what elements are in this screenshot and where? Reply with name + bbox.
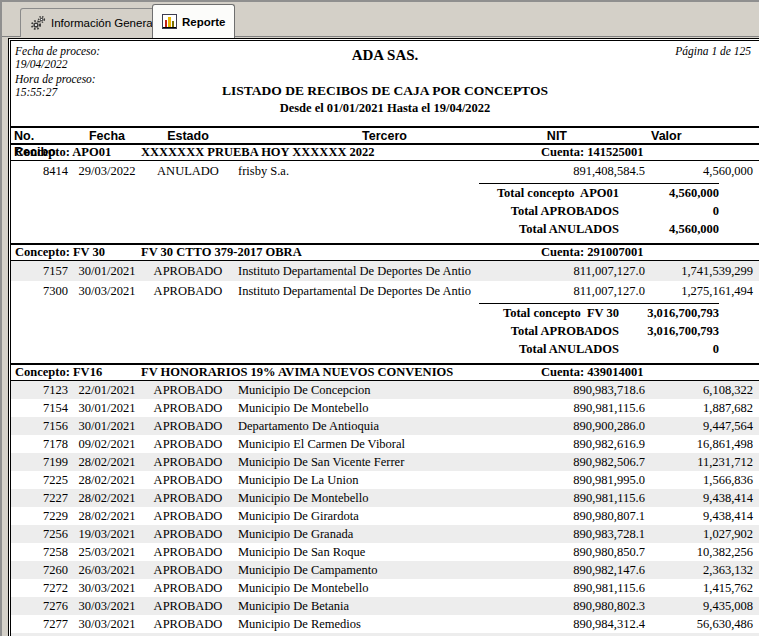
cell-estado: APROBADO — [143, 471, 233, 489]
cell-nit: 890,981,115.6 — [536, 579, 651, 597]
total-value: 3,016,700,793 — [619, 304, 719, 322]
cell-valor: 1,741,539,299 — [651, 261, 759, 281]
total-value: 0 — [619, 340, 719, 358]
tab-label: Reporte — [182, 16, 225, 28]
total-row: Total ANULADOS0 — [11, 340, 759, 358]
receipt-row: 715430/01/2021APROBADOMunicipio De Monte… — [11, 399, 759, 417]
cell-nit: 890,900,286.0 — [536, 417, 651, 435]
receipt-row: 715630/01/2021APROBADODepartamento De An… — [11, 417, 759, 435]
page-number: Página 1 de 125 — [675, 45, 751, 57]
cell-tercero: Municipio De La Union — [233, 471, 536, 489]
cell-valor: 9,438,414 — [651, 489, 759, 507]
cell-valor: 2,363,132 — [651, 561, 759, 579]
cell-tercero: frisby S.a. — [233, 161, 536, 181]
cell-nit: 811,007,127.0 — [536, 261, 651, 281]
total-label: Total concepto FV 30 — [11, 304, 619, 322]
cell-valor: 1,566,836 — [651, 471, 759, 489]
cell-valor: 1,027,902 — [651, 525, 759, 543]
cell-nit: 890,981,115.6 — [536, 489, 651, 507]
receipt-row: 722528/02/2021APROBADOMunicipio De La Un… — [11, 471, 759, 489]
tab-reporte[interactable]: Reporte — [152, 4, 235, 38]
concept-totals: Total concepto FV 303,016,700,793Total A… — [11, 301, 759, 363]
cell-nit: 891,408,584.5 — [536, 161, 651, 181]
cell-valor: 9,435,008 — [651, 597, 759, 615]
cell-tercero: Municipio De Granada — [233, 525, 536, 543]
cell-fecha: 28/02/2021 — [71, 471, 143, 489]
cell-fecha: 30/01/2021 — [71, 417, 143, 435]
total-label: Total APROBADOS — [11, 202, 619, 220]
total-label: Total ANULADOS — [11, 220, 619, 238]
cell-recibo: 8414 — [11, 161, 71, 181]
cell-recibo: 7227 — [11, 489, 71, 507]
bar-chart-icon — [162, 14, 177, 29]
cell-tercero: Municipio De San Roque — [233, 543, 536, 561]
concept-description: FV 30 CTTO 379-2017 OBRA — [141, 245, 302, 260]
cell-fecha: 28/02/2021 — [71, 453, 143, 471]
receipt-row: 717809/02/2021APROBADOMunicipio El Carme… — [11, 435, 759, 453]
cell-tercero: Departamento De Antioquia — [233, 417, 536, 435]
cell-recibo: 7123 — [11, 381, 71, 399]
cell-estado: APROBADO — [143, 261, 233, 281]
cell-nit: 890,980,850.7 — [536, 543, 651, 561]
account-number-label: Cuenta: 291007001 — [541, 245, 643, 260]
cell-recibo: 7276 — [11, 597, 71, 615]
receipt-row: 719928/02/2021APROBADOMunicipio De San V… — [11, 453, 759, 471]
concept-code-label: Concepto: FV 30 — [15, 245, 105, 260]
cell-tercero: Municipio De Montebello — [233, 399, 536, 417]
cell-estado: APROBADO — [143, 561, 233, 579]
total-row: Total concepto APO014,560,000 — [11, 184, 759, 202]
cell-recibo: 7272 — [11, 579, 71, 597]
cell-estado: APROBADO — [143, 489, 233, 507]
concept-header-row: Concepto: APO01XXXXXXX PRUEBA HOY XXXXXX… — [11, 145, 759, 161]
concept-header-row: Concepto: FV 30FV 30 CTTO 379-2017 OBRAC… — [11, 245, 759, 261]
cell-valor: 56,630,486 — [651, 615, 759, 633]
concept-totals: Total concepto APO014,560,000Total APROB… — [11, 181, 759, 243]
cell-recibo: 7300 — [11, 281, 71, 301]
cell-estado: APROBADO — [143, 507, 233, 525]
tab-informacion-general[interactable]: Información General — [20, 8, 165, 37]
cell-valor: 4,560,000 — [651, 161, 759, 181]
cell-recibo: 7256 — [11, 525, 71, 543]
cell-tercero: Municipio De Montebello — [233, 579, 536, 597]
cell-fecha: 29/03/2022 — [71, 161, 143, 181]
cell-fecha: 22/01/2021 — [71, 381, 143, 399]
tab-label: Información General — [51, 17, 155, 29]
total-row: Total APROBADOS3,016,700,793 — [11, 322, 759, 340]
cell-estado: APROBADO — [143, 399, 233, 417]
cell-valor: 1,275,161,494 — [651, 281, 759, 301]
cell-estado: APROBADO — [143, 453, 233, 471]
concept-description: FV HONORARIOS 19% AVIMA NUEVOS CONVENIOS — [141, 365, 453, 380]
total-value: 4,560,000 — [619, 184, 719, 202]
cell-nit: 890,980,807.1 — [536, 507, 651, 525]
total-value: 4,560,000 — [619, 220, 719, 238]
cell-recibo: 7199 — [11, 453, 71, 471]
report-header: Fecha de proceso: 19/04/2022 Hora de pro… — [11, 41, 759, 126]
total-value: 0 — [619, 202, 719, 220]
cell-nit: 890,980,802.3 — [536, 597, 651, 615]
account-number-label: Cuenta: 141525001 — [541, 145, 643, 160]
cell-recibo: 7157 — [11, 261, 71, 281]
cell-fecha: 26/03/2021 — [71, 561, 143, 579]
cell-estado: APROBADO — [143, 281, 233, 301]
cell-tercero: Municipio De Girardota — [233, 507, 536, 525]
concept-section: Concepto: FV 30FV 30 CTTO 379-2017 OBRAC… — [11, 243, 759, 363]
tab-bar: Información General Reporte — [2, 2, 759, 37]
total-row: Total APROBADOS0 — [11, 202, 759, 220]
cell-valor: 16,861,498 — [651, 435, 759, 453]
cell-recibo: 7277 — [11, 615, 71, 633]
cell-nit: 890,981,995.0 — [536, 471, 651, 489]
cell-fecha: 28/02/2021 — [71, 507, 143, 525]
cell-tercero: Municipio De Montebello — [233, 489, 536, 507]
receipt-row: 715730/01/2021APROBADOInstituto Departam… — [11, 261, 759, 281]
total-label: Total concepto APO01 — [11, 184, 619, 202]
cell-estado: APROBADO — [143, 435, 233, 453]
report-date-range: Desde el 01/01/2021 Hasta el 19/04/2022 — [11, 101, 759, 116]
cell-recibo: 7229 — [11, 507, 71, 525]
receipt-row: 727630/03/2021APROBADOMunicipio De Betan… — [11, 597, 759, 615]
cell-recibo: 7260 — [11, 561, 71, 579]
concept-description: XXXXXXX PRUEBA HOY XXXXXX 2022 — [141, 145, 375, 160]
cell-estado: APROBADO — [143, 615, 233, 633]
cell-estado: APROBADO — [143, 381, 233, 399]
cell-tercero: Municipio El Carmen De Viboral — [233, 435, 536, 453]
cell-recibo: 7258 — [11, 543, 71, 561]
